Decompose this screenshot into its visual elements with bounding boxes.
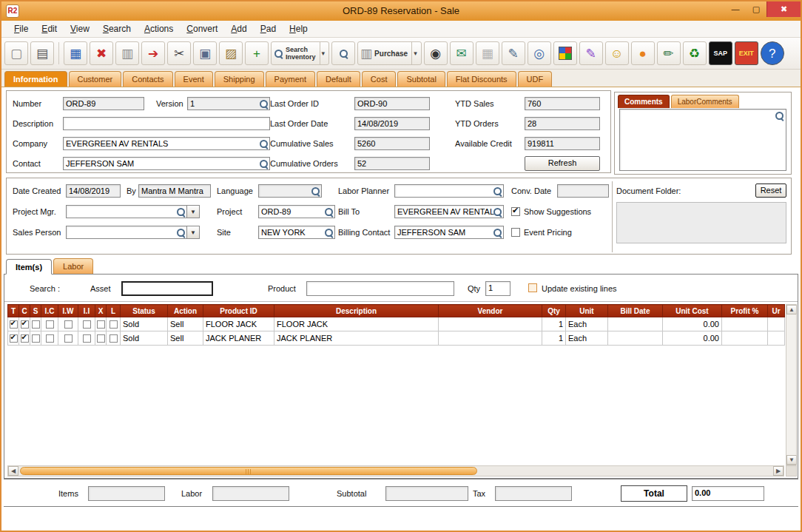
conv-date-field[interactable]: [557, 184, 609, 198]
qty-input[interactable]: 1: [485, 281, 510, 296]
row-checkbox[interactable]: [97, 334, 105, 343]
save-button[interactable]: ▦: [64, 41, 87, 65]
row-checkbox[interactable]: [10, 320, 18, 329]
col-header-i-i[interactable]: I.I: [78, 305, 95, 317]
export-button[interactable]: ➔: [141, 41, 165, 65]
help-button[interactable]: ?: [761, 41, 784, 65]
cell[interactable]: 0.00: [663, 317, 722, 331]
brush-button[interactable]: ✎: [579, 41, 603, 65]
project-mgr-dropdown[interactable]: ▼: [187, 205, 200, 218]
menu-edit[interactable]: Edit: [35, 21, 64, 38]
product-search-input[interactable]: [306, 281, 454, 296]
calendar-button[interactable]: ▦: [476, 41, 499, 65]
tab-default[interactable]: Default: [317, 71, 360, 87]
show-suggestions-checkbox[interactable]: [511, 207, 520, 216]
row-checkbox[interactable]: [46, 334, 54, 343]
row-checkbox[interactable]: [97, 320, 105, 329]
search-icon[interactable]: [259, 99, 269, 109]
row-checkbox[interactable]: [10, 334, 18, 343]
row-checkbox[interactable]: [109, 334, 118, 343]
cell[interactable]: [439, 331, 542, 346]
menu-pad[interactable]: Pad: [254, 21, 283, 38]
item-search-button[interactable]: [331, 41, 355, 65]
tab-flat-discounts[interactable]: Flat Discounts: [447, 71, 516, 87]
search-icon[interactable]: [775, 111, 784, 121]
col-header-description[interactable]: Description: [274, 305, 439, 317]
menu-search[interactable]: Search: [96, 21, 138, 38]
col-header-unit[interactable]: Unit: [566, 305, 608, 317]
cell[interactable]: Sell: [168, 317, 203, 331]
delete-button[interactable]: ✖: [90, 41, 113, 65]
cube-button[interactable]: [553, 41, 577, 65]
search-inventory-button[interactable]: SearchInventory▾: [271, 41, 329, 65]
cell[interactable]: FLOOR JACK: [203, 317, 274, 331]
scroll-right-icon[interactable]: ▶: [773, 466, 784, 476]
tab-customer[interactable]: Customer: [69, 71, 122, 87]
cell[interactable]: [722, 317, 768, 331]
cell[interactable]: [722, 331, 768, 346]
cell[interactable]: FLOOR JACK: [274, 317, 439, 331]
tab-shipping[interactable]: Shipping: [215, 71, 264, 87]
cell[interactable]: 1: [542, 331, 566, 346]
vertical-scrollbar[interactable]: ▲ ▼: [786, 304, 797, 465]
paste-button[interactable]: ▨: [219, 41, 243, 65]
print-button[interactable]: ▤: [30, 41, 54, 65]
close-button[interactable]: ✖: [766, 1, 801, 17]
menu-help[interactable]: Help: [283, 21, 314, 38]
search-icon[interactable]: [493, 228, 502, 238]
cell[interactable]: JACK PLANER: [203, 331, 274, 346]
col-header-product-id[interactable]: Product ID: [203, 305, 274, 317]
menu-view[interactable]: View: [64, 21, 96, 38]
sales-person-dropdown[interactable]: ▼: [187, 226, 200, 239]
copy-button[interactable]: ▣: [193, 41, 217, 65]
row-checkbox[interactable]: [83, 334, 91, 343]
search-icon[interactable]: [259, 159, 269, 169]
version-field[interactable]: 1: [187, 97, 270, 110]
event-pricing-checkbox[interactable]: [511, 228, 520, 237]
search-icon[interactable]: [324, 207, 334, 217]
group-button[interactable]: ◉: [424, 41, 448, 65]
cell[interactable]: Sold: [121, 317, 168, 331]
contact-field[interactable]: JEFFERSON SAM: [63, 157, 270, 170]
cell[interactable]: [439, 317, 542, 331]
search-icon[interactable]: [311, 186, 320, 196]
row-checkbox[interactable]: [109, 320, 118, 329]
col-header-bill-date[interactable]: Bill Date: [608, 305, 663, 317]
row-checkbox[interactable]: [83, 320, 91, 329]
cell[interactable]: [608, 317, 663, 331]
number-field[interactable]: ORD-89: [63, 97, 144, 110]
add-line-button[interactable]: +: [245, 41, 269, 65]
description-field[interactable]: [63, 117, 270, 130]
cell[interactable]: Sell: [168, 331, 203, 346]
col-header-t[interactable]: T: [8, 305, 19, 317]
cell[interactable]: 1: [542, 317, 566, 331]
labor-planner-field[interactable]: [394, 184, 504, 198]
col-header-s[interactable]: S: [30, 305, 41, 317]
comments-textarea[interactable]: [619, 109, 786, 171]
horizontal-scrollbar[interactable]: ◀ ▶: [7, 465, 784, 477]
scrollbar-thumb[interactable]: [20, 467, 477, 475]
col-header-ur[interactable]: Ur: [768, 305, 785, 317]
cut-button[interactable]: ✂: [167, 41, 191, 65]
search-icon[interactable]: [259, 139, 269, 149]
menu-add[interactable]: Add: [224, 21, 253, 38]
search-inventory-dropdown[interactable]: ▾: [320, 42, 327, 64]
project-mgr-field[interactable]: [66, 205, 187, 218]
col-header-c[interactable]: C: [19, 305, 30, 317]
fruit-button[interactable]: ●: [631, 41, 655, 65]
table-row[interactable]: SoldSellJACK PLANERJACK PLANER1Each0.00: [8, 331, 785, 346]
menu-file[interactable]: File: [7, 21, 35, 38]
row-checkbox[interactable]: [21, 334, 29, 343]
tab-subtotal[interactable]: Subtotal: [397, 71, 445, 87]
update-existing-lines-checkbox[interactable]: [528, 283, 537, 292]
search-icon[interactable]: [324, 228, 334, 238]
scroll-up-icon[interactable]: ▲: [786, 305, 797, 314]
purchase-dropdown[interactable]: ▾: [411, 42, 419, 64]
cell[interactable]: Each: [566, 317, 608, 331]
sales-person-field[interactable]: [66, 226, 187, 239]
col-header-action[interactable]: Action: [168, 305, 203, 317]
row-checkbox[interactable]: [46, 320, 54, 329]
tab-labor[interactable]: Labor: [53, 258, 93, 274]
tab-item-s[interactable]: Item(s): [6, 259, 52, 275]
site-field[interactable]: NEW YORK: [258, 226, 335, 239]
